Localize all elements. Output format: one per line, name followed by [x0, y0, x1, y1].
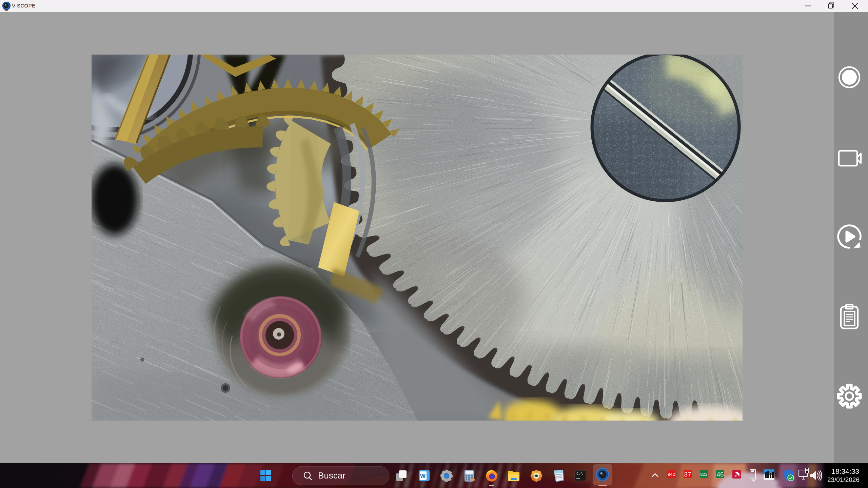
svg-text:23/01/2026: 23/01/2026 — [827, 476, 860, 483]
svg-text:942: 942 — [668, 472, 675, 477]
svg-text:18:34:33: 18:34:33 — [831, 467, 859, 475]
svg-text:37: 37 — [684, 471, 691, 478]
svg-text:46: 46 — [716, 471, 724, 478]
svg-text:Buscar: Buscar — [318, 470, 346, 481]
svg-text:W: W — [420, 473, 426, 479]
svg-text:C:\: C:\ — [576, 472, 583, 476]
svg-text:823: 823 — [700, 472, 708, 477]
